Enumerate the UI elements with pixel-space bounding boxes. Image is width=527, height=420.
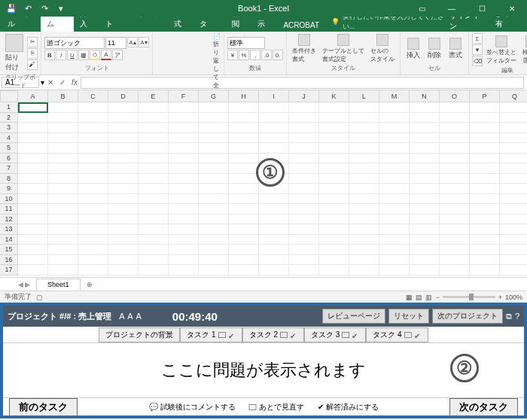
cell[interactable] <box>379 174 410 184</box>
cell[interactable] <box>410 235 440 245</box>
cell[interactable] <box>169 255 199 266</box>
cell[interactable] <box>349 133 379 144</box>
cell[interactable] <box>410 154 440 164</box>
cell[interactable] <box>319 215 349 225</box>
cell[interactable] <box>48 215 78 225</box>
cell[interactable] <box>18 204 48 215</box>
cell[interactable] <box>500 235 527 245</box>
cell[interactable] <box>169 102 199 113</box>
cell[interactable] <box>18 113 48 123</box>
cell[interactable] <box>379 163 410 174</box>
cell[interactable] <box>229 215 259 225</box>
number-format-combo[interactable] <box>227 37 265 49</box>
save-icon[interactable]: 💾 <box>5 2 18 15</box>
cell[interactable] <box>289 102 319 113</box>
column-header[interactable]: E <box>139 90 169 102</box>
fill-color-icon[interactable]: ◇ <box>90 50 100 60</box>
cell[interactable] <box>379 245 410 255</box>
cell[interactable] <box>379 154 410 164</box>
cell[interactable] <box>289 184 319 194</box>
cell[interactable] <box>349 255 379 266</box>
cell[interactable] <box>139 215 169 225</box>
cell[interactable] <box>470 224 500 235</box>
cell[interactable] <box>48 255 78 266</box>
cell[interactable] <box>470 123 500 133</box>
prev-task-button[interactable]: 前のタスク <box>9 398 78 416</box>
cell[interactable] <box>18 184 48 194</box>
cell[interactable] <box>139 174 169 184</box>
column-header[interactable]: J <box>289 90 319 102</box>
cell[interactable] <box>229 204 259 215</box>
cell[interactable] <box>78 154 108 164</box>
cell[interactable] <box>500 123 527 133</box>
maximize-icon[interactable]: ☐ <box>467 0 497 17</box>
cell[interactable] <box>199 163 229 174</box>
bold-icon[interactable]: B <box>44 50 55 60</box>
cell[interactable] <box>410 224 440 235</box>
cell[interactable] <box>349 194 379 205</box>
tab-task-1[interactable]: タスク 1✔ <box>180 327 242 342</box>
cell[interactable] <box>48 174 78 184</box>
undo-icon[interactable]: ↶ <box>21 2 35 15</box>
cell[interactable] <box>139 143 169 154</box>
cell[interactable] <box>229 143 259 154</box>
cell[interactable] <box>379 215 410 225</box>
insert-cells-button[interactable]: 挿入 <box>404 37 423 61</box>
cell[interactable] <box>78 123 108 133</box>
help-icon[interactable]: ? <box>515 312 519 321</box>
row-header[interactable]: 10 <box>0 194 18 205</box>
column-header[interactable]: P <box>470 90 500 102</box>
cell[interactable] <box>379 204 410 215</box>
cell[interactable] <box>199 133 229 144</box>
cell[interactable] <box>48 184 78 194</box>
cell[interactable] <box>169 184 199 194</box>
cell[interactable] <box>108 123 139 133</box>
cell[interactable] <box>319 154 349 164</box>
cell[interactable] <box>440 235 470 245</box>
cell[interactable] <box>470 215 500 225</box>
copy-icon[interactable]: ⎘ <box>27 48 38 59</box>
cell[interactable] <box>319 102 349 113</box>
cell[interactable] <box>289 133 319 144</box>
cell[interactable] <box>500 245 527 255</box>
cell[interactable] <box>48 204 78 215</box>
cell[interactable] <box>139 163 169 174</box>
cell[interactable] <box>229 265 259 275</box>
cell[interactable] <box>440 194 470 205</box>
cell[interactable] <box>259 245 289 255</box>
cell[interactable] <box>440 204 470 215</box>
review-later[interactable]: あとで見直す <box>249 402 304 412</box>
conditional-format-button[interactable]: 条件付き 書式 <box>290 33 318 64</box>
cell[interactable] <box>108 154 139 164</box>
cell[interactable] <box>139 184 169 194</box>
cell[interactable] <box>410 163 440 174</box>
cell[interactable] <box>319 174 349 184</box>
cell[interactable] <box>319 245 349 255</box>
cell[interactable] <box>319 224 349 235</box>
cell[interactable] <box>169 163 199 174</box>
cell[interactable] <box>169 194 199 205</box>
cell[interactable] <box>169 235 199 245</box>
column-header[interactable]: L <box>349 90 379 102</box>
cell[interactable] <box>48 245 78 255</box>
cell[interactable] <box>289 143 319 154</box>
cell[interactable] <box>78 133 108 144</box>
cell[interactable] <box>199 255 229 266</box>
cell[interactable] <box>349 184 379 194</box>
cell-styles-button[interactable]: セルの スタイル <box>368 33 397 64</box>
underline-icon[interactable]: U <box>67 50 78 60</box>
fill-icon[interactable]: ▼ <box>472 44 483 55</box>
cell[interactable] <box>349 265 379 275</box>
cell[interactable] <box>78 215 108 225</box>
cell[interactable] <box>199 102 229 113</box>
column-header[interactable]: F <box>169 90 199 102</box>
cell[interactable] <box>169 215 199 225</box>
cell[interactable] <box>500 204 527 215</box>
cell[interactable] <box>319 204 349 215</box>
column-header[interactable]: O <box>440 90 470 102</box>
row-header[interactable]: 2 <box>0 113 18 123</box>
cell[interactable] <box>379 143 410 154</box>
cell[interactable] <box>289 174 319 184</box>
cell[interactable] <box>169 123 199 133</box>
cell[interactable] <box>229 102 259 113</box>
